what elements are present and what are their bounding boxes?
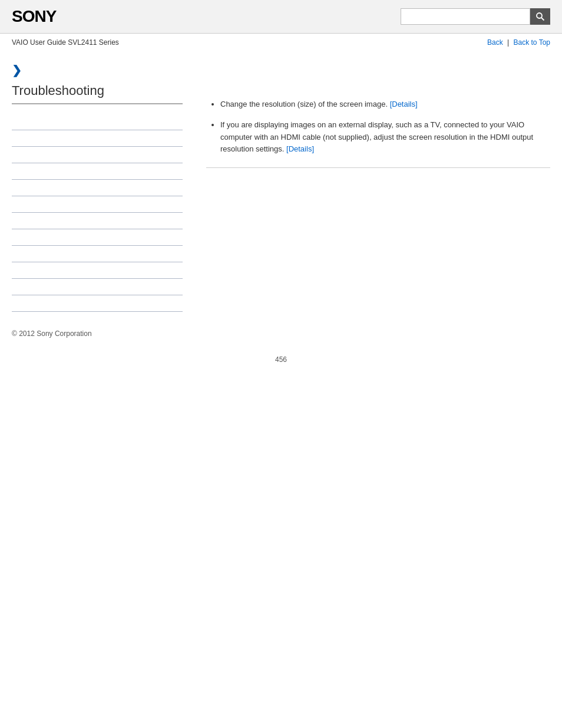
breadcrumb-bar: VAIO User Guide SVL2411 Series Back | Ba…: [0, 34, 562, 51]
search-icon: [535, 12, 545, 21]
sidebar-nav-item[interactable]: [12, 196, 183, 213]
breadcrumb-left: VAIO User Guide SVL2411 Series: [12, 38, 119, 47]
sidebar-nav-item[interactable]: [12, 130, 183, 147]
svg-line-1: [541, 18, 544, 21]
sidebar-nav-item[interactable]: [12, 279, 183, 295]
content-divider: [206, 167, 550, 168]
search-area: [401, 8, 550, 25]
content-list: Change the resolution (size) of the scre…: [206, 98, 550, 156]
page-number: 456: [0, 344, 562, 370]
sidebar-nav-item[interactable]: [12, 147, 183, 163]
sidebar: ❯ Troubleshooting: [12, 51, 194, 312]
back-to-top-link[interactable]: Back to Top: [514, 38, 550, 47]
sidebar-nav-item[interactable]: [12, 213, 183, 229]
sidebar-nav-item[interactable]: [12, 246, 183, 262]
sidebar-nav-item[interactable]: [12, 163, 183, 180]
list-item: If you are displaying images on an exter…: [220, 119, 550, 156]
breadcrumb-separator: |: [507, 38, 509, 47]
sidebar-nav-item[interactable]: [12, 114, 183, 130]
sidebar-nav-item[interactable]: [12, 262, 183, 279]
svg-point-0: [537, 13, 542, 18]
sony-logo: SONY: [12, 7, 56, 26]
search-input[interactable]: [401, 8, 530, 25]
breadcrumb-right: Back | Back to Top: [487, 38, 550, 47]
sidebar-title: Troubleshooting: [12, 83, 183, 104]
page-header: SONY: [0, 0, 562, 34]
sidebar-nav-item[interactable]: [12, 229, 183, 246]
details-link-2[interactable]: [Details]: [286, 144, 314, 153]
main-content: ❯ Troubleshooting Change the resolution …: [0, 51, 562, 312]
copyright-text: © 2012 Sony Corporation: [12, 330, 92, 338]
sidebar-nav-item[interactable]: [12, 180, 183, 196]
sidebar-nav-lines: [12, 114, 183, 312]
footer: © 2012 Sony Corporation: [0, 312, 562, 344]
details-link-1[interactable]: [Details]: [390, 100, 418, 108]
content-area: Change the resolution (size) of the scre…: [194, 51, 550, 312]
back-link[interactable]: Back: [487, 38, 503, 47]
list-item-text-1: Change the resolution (size) of the scre…: [220, 100, 388, 108]
sidebar-nav-item[interactable]: [12, 295, 183, 312]
list-item-text-2: If you are displaying images on an exter…: [220, 120, 533, 154]
sidebar-chevron-icon: ❯: [12, 63, 183, 77]
search-button[interactable]: [530, 8, 550, 25]
list-item: Change the resolution (size) of the scre…: [220, 98, 550, 111]
